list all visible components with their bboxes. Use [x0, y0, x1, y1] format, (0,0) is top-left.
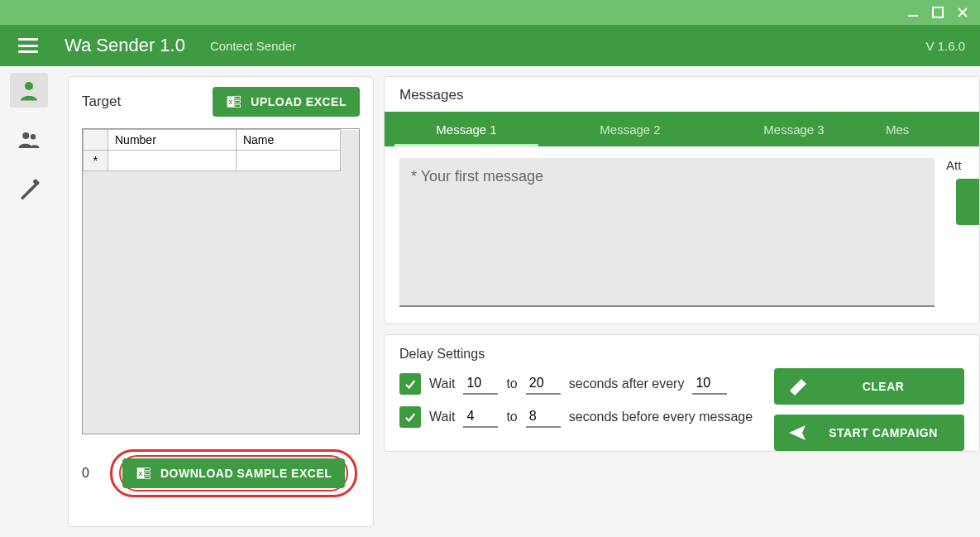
group-icon [17, 127, 41, 152]
sidebar-item-groups[interactable] [10, 122, 48, 157]
download-sample-label: DOWNLOAD SAMPLE EXCEL [160, 467, 332, 480]
svg-rect-13 [145, 472, 151, 474]
target-grid[interactable]: Number Name * [82, 128, 360, 434]
check-icon [403, 410, 418, 424]
grid-col-number[interactable]: Number [108, 130, 237, 151]
delay2-from-input[interactable] [463, 406, 498, 428]
app-menubar: Wa Sender 1.0 Contect Sender V 1.6.0 [0, 25, 980, 66]
wait-label: Wait [429, 376, 455, 391]
delay2-suffix: seconds before every message [569, 410, 753, 424]
delay2-checkbox[interactable] [399, 406, 421, 428]
highlight-ring: X DOWNLOAD SAMPLE EXCEL [110, 449, 357, 497]
check-icon [403, 376, 418, 391]
sidebar-item-contacts[interactable] [10, 73, 48, 108]
side-nav [0, 66, 58, 537]
delay1-checkbox[interactable] [399, 373, 421, 395]
upload-excel-label: UPLOAD EXCEL [251, 95, 347, 108]
wait-label: Wait [429, 410, 455, 424]
message-tabs: Message 1 Message 2 Message 3 Mes [385, 112, 979, 146]
window-titlebar [0, 0, 980, 25]
download-sample-excel-button[interactable]: X DOWNLOAD SAMPLE EXCEL [122, 458, 345, 488]
attach-label: Att [946, 158, 979, 172]
messages-panel: Messages Message 1 Message 2 Message 3 M… [384, 76, 980, 324]
svg-point-4 [31, 134, 36, 140]
send-icon [787, 423, 807, 443]
start-label: START CAMPAIGN [815, 426, 951, 439]
excel-icon: X [226, 93, 242, 110]
svg-rect-7 [235, 96, 241, 98]
grid-col-name[interactable]: Name [236, 130, 340, 151]
start-campaign-button[interactable]: START CAMPAIGN [774, 415, 964, 451]
sidebar-item-tools[interactable] [10, 172, 48, 207]
delay-title: Delay Settings [399, 347, 964, 362]
upload-excel-button[interactable]: X UPLOAD EXCEL [213, 87, 360, 117]
hamburger-menu-icon[interactable] [17, 34, 40, 57]
excel-icon: X [136, 465, 152, 482]
delay2-to-input[interactable] [526, 406, 561, 428]
tab-message-3[interactable]: Message 3 [712, 112, 876, 146]
svg-rect-9 [235, 104, 241, 107]
new-row-marker: * [84, 151, 108, 171]
message-textarea[interactable] [399, 158, 935, 307]
svg-text:X: X [138, 470, 142, 477]
grid-new-row[interactable]: * [84, 151, 359, 171]
target-panel-title: Target [82, 93, 121, 110]
delay1-suffix: seconds after every [569, 376, 685, 391]
delay1-batch-input[interactable] [692, 373, 727, 395]
delay1-from-input[interactable] [463, 373, 498, 395]
svg-text:X: X [229, 98, 233, 106]
delay1-to-input[interactable] [526, 373, 561, 395]
svg-point-3 [22, 132, 29, 139]
svg-point-2 [25, 82, 33, 90]
tools-icon [17, 177, 41, 202]
messages-title: Messages [385, 87, 979, 112]
close-button[interactable] [952, 3, 973, 22]
attach-button[interactable] [956, 179, 979, 225]
target-panel: Target X UPLOAD EXCEL Number Name [68, 76, 374, 527]
svg-rect-0 [908, 15, 918, 17]
to-label: to [506, 410, 517, 424]
app-version: V 1.6.0 [925, 39, 965, 53]
clear-button[interactable]: CLEAR [774, 368, 964, 405]
svg-rect-14 [145, 476, 151, 478]
person-icon [17, 78, 41, 103]
tab-message-2[interactable]: Message 2 [548, 112, 712, 146]
delay-panel: Delay Settings Wait to seconds after eve… [384, 334, 980, 452]
svg-rect-12 [145, 467, 151, 470]
grid-corner [84, 130, 108, 151]
target-count: 0 [82, 466, 98, 481]
svg-rect-1 [933, 7, 943, 17]
page-subtitle: Contect Sender [210, 39, 296, 53]
cell-number[interactable] [108, 151, 237, 171]
app-title: Wa Sender 1.0 [65, 35, 185, 56]
maximize-button[interactable] [927, 3, 949, 22]
to-label: to [506, 376, 517, 391]
tab-message-1[interactable]: Message 1 [385, 112, 548, 146]
clear-label: CLEAR [815, 380, 951, 393]
svg-rect-8 [235, 100, 241, 103]
eraser-icon [787, 376, 807, 396]
cell-name[interactable] [236, 151, 340, 171]
tab-message-4[interactable]: Mes [876, 112, 925, 146]
minimize-button[interactable] [902, 3, 924, 22]
